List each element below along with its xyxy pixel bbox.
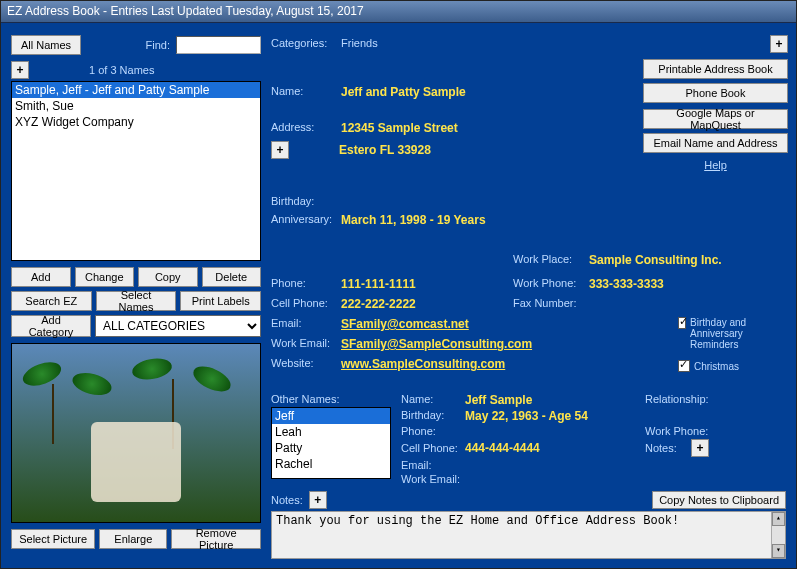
list-item[interactable]: Rachel <box>272 456 390 472</box>
other-cell-value: 444-444-4444 <box>465 441 645 455</box>
website-label: Website: <box>271 357 341 371</box>
names-add-button[interactable]: + <box>11 61 29 79</box>
address-line2: Estero FL 33928 <box>339 143 431 157</box>
notes-add-button[interactable]: + <box>309 491 327 509</box>
app-window: EZ Address Book - Entries Last Updated T… <box>0 0 797 569</box>
address-line1: 12345 Sample Street <box>341 121 458 135</box>
other-workphone-label: Work Phone: <box>645 425 708 437</box>
reminders-panel: Birthday and Anniversary Reminders Chris… <box>678 317 788 372</box>
other-birthday-label: Birthday: <box>401 409 465 423</box>
help-link[interactable]: Help <box>704 159 727 171</box>
work-panel: Work Place:Sample Consulting Inc. <box>513 253 722 267</box>
birthday-label: Birthday: <box>271 195 341 207</box>
copy-notes-button[interactable]: Copy Notes to Clipboard <box>652 491 786 509</box>
list-item[interactable]: Patty <box>272 440 390 456</box>
other-cell-label: Cell Phone: <box>401 442 465 454</box>
select-picture-button[interactable]: Select Picture <box>11 529 95 549</box>
right-button-panel: Printable Address Book Phone Book Google… <box>643 59 788 171</box>
fax-label: Fax Number: <box>513 297 589 311</box>
add-category-button[interactable]: Add Category <box>11 315 91 337</box>
notes-label: Notes: <box>271 494 303 506</box>
other-notes-label: Notes: <box>645 442 691 454</box>
other-names-panel: Other Names: Jeff Leah Patty Rachel Name… <box>271 393 786 485</box>
contact-picture <box>11 343 261 523</box>
list-item[interactable]: XYZ Widget Company <box>12 114 260 130</box>
enlarge-button[interactable]: Enlarge <box>99 529 167 549</box>
copy-button[interactable]: Copy <box>138 267 198 287</box>
notes-textarea[interactable]: Thank you for using the EZ Home and Offi… <box>271 511 786 559</box>
workplace-value: Sample Consulting Inc. <box>589 253 722 267</box>
categories-add-button[interactable]: + <box>770 35 788 53</box>
delete-button[interactable]: Delete <box>202 267 262 287</box>
other-birthday-value: May 22, 1963 - Age 54 <box>465 409 588 423</box>
list-item[interactable]: Smith, Sue <box>12 98 260 114</box>
window-title: EZ Address Book - Entries Last Updated T… <box>1 1 796 23</box>
other-name-value: Jeff Sample <box>465 393 645 407</box>
category-dropdown[interactable]: ALL CATEGORIES <box>95 315 261 337</box>
add-button[interactable]: Add <box>11 267 71 287</box>
other-notes-add-button[interactable]: + <box>691 439 709 457</box>
other-workemail-label: Work Email: <box>401 473 465 485</box>
workphone-value: 333-333-3333 <box>589 277 664 291</box>
workplace-label: Work Place: <box>513 253 589 267</box>
names-listbox[interactable]: Sample, Jeff - Jeff and Patty Sample Smi… <box>11 81 261 261</box>
names-count: 1 of 3 Names <box>89 64 154 76</box>
other-email-label: Email: <box>401 459 465 471</box>
search-button[interactable]: Search EZ <box>11 291 92 311</box>
birthday-reminder-label: Birthday and Anniversary Reminders <box>690 317 788 350</box>
email-label: Email: <box>271 317 341 331</box>
notes-text: Thank you for using the EZ Home and Offi… <box>276 514 679 528</box>
categories-value: Friends <box>341 37 378 49</box>
anniversary-label: Anniversary: <box>271 213 341 227</box>
find-input[interactable] <box>176 36 261 54</box>
print-labels-button[interactable]: Print Labels <box>180 291 261 311</box>
all-names-button[interactable]: All Names <box>11 35 81 55</box>
other-names-label: Other Names: <box>271 393 391 405</box>
workphone-label: Work Phone: <box>513 277 589 291</box>
other-relationship-label: Relationship: <box>645 393 709 407</box>
christmas-checkbox[interactable] <box>678 360 690 372</box>
list-item[interactable]: Jeff <box>272 408 390 424</box>
address-label: Address: <box>271 121 341 135</box>
find-label: Find: <box>146 39 170 51</box>
printable-button[interactable]: Printable Address Book <box>643 59 788 79</box>
email-button[interactable]: Email Name and Address <box>643 133 788 153</box>
list-item[interactable]: Sample, Jeff - Jeff and Patty Sample <box>12 82 260 98</box>
email-value[interactable]: SFamily@comcast.net <box>341 317 469 331</box>
scrollbar[interactable]: ▴▾ <box>771 512 785 558</box>
anniversary-value: March 11, 1998 - 19 Years <box>341 213 486 227</box>
workemail-label: Work Email: <box>271 337 341 351</box>
birthday-reminder-checkbox[interactable] <box>678 317 686 329</box>
other-name-label: Name: <box>401 393 465 407</box>
cell-label: Cell Phone: <box>271 297 341 311</box>
detail-panel: Categories:Friends Name:Jeff and Patty S… <box>271 37 486 227</box>
notes-panel: Notes: + Copy Notes to Clipboard Thank y… <box>271 491 786 559</box>
other-names-listbox[interactable]: Jeff Leah Patty Rachel <box>271 407 391 479</box>
christmas-label: Christmas <box>694 361 739 372</box>
phone-value: 111-111-1111 <box>341 277 513 291</box>
remove-picture-button[interactable]: Remove Picture <box>171 529 261 549</box>
change-button[interactable]: Change <box>75 267 135 287</box>
workemail-value[interactable]: SFamily@SampleConsulting.com <box>341 337 532 351</box>
select-names-button[interactable]: Select Names <box>96 291 177 311</box>
phone-label: Phone: <box>271 277 341 291</box>
other-phone-label: Phone: <box>401 425 465 437</box>
name-value: Jeff and Patty Sample <box>341 85 466 99</box>
categories-label: Categories: <box>271 37 341 49</box>
website-value[interactable]: www.SampleConsulting.com <box>341 357 505 371</box>
list-item[interactable]: Leah <box>272 424 390 440</box>
cell-value: 222-222-2222 <box>341 297 513 311</box>
phonebook-button[interactable]: Phone Book <box>643 83 788 103</box>
address-add-button[interactable]: + <box>271 141 289 159</box>
content-area: All Names Find: + 1 of 3 Names Sample, J… <box>1 23 796 568</box>
name-label: Name: <box>271 85 341 99</box>
maps-button[interactable]: Google Maps or MapQuest <box>643 109 788 129</box>
left-panel: All Names Find: + 1 of 3 Names Sample, J… <box>11 35 261 549</box>
